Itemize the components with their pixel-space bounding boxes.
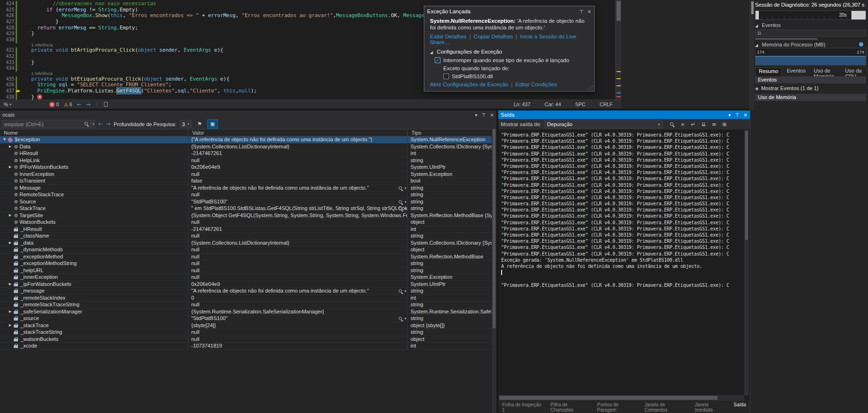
line-number[interactable]: 432 (0, 54, 14, 60)
line-number[interactable]: 427 (0, 19, 14, 25)
scrollbar-thumb[interactable] (616, 1, 621, 21)
exception-dialog-title-bar[interactable]: Exceção Lançada ⊤ × (424, 6, 594, 17)
expander-icon[interactable]: ▶ (8, 164, 13, 171)
locals-row[interactable]: _watsonBucketsnullobject (0, 336, 496, 343)
column-header-name[interactable]: Nome (0, 129, 188, 136)
search-back-button[interactable]: ← (98, 121, 103, 127)
bottom-tab-4[interactable]: Janela de Comandos (644, 402, 688, 413)
word-wrap-icon[interactable]: ↵ (689, 120, 698, 128)
list-view-icon[interactable]: ≡ (709, 120, 719, 128)
line-number[interactable]: 435 (0, 76, 14, 83)
locals-row[interactable]: ⚙InnerExceptionnullSystem.Exception (0, 171, 496, 178)
pin-icon[interactable]: ⊤ (579, 9, 584, 14)
window-menu-icon[interactable]: ▾ (728, 112, 731, 118)
locals-row[interactable]: ⚙RemoteStackTracenullstring (0, 192, 496, 199)
output-vertical-scrollbar[interactable] (744, 130, 749, 395)
expander-icon[interactable]: ▼ (2, 137, 7, 143)
next-issue-button[interactable]: → (86, 101, 90, 108)
expander-icon[interactable]: ▶ (8, 240, 13, 247)
locals-row[interactable]: ▼$exception{"A referência de objecto não… (0, 137, 496, 144)
scrollbar-thumb[interactable] (493, 129, 495, 328)
locals-vertical-scrollbar[interactable] (492, 128, 496, 413)
line-number[interactable]: 430 (0, 37, 14, 43)
column-header-type[interactable]: Tipo (407, 129, 496, 136)
locals-row[interactable]: _innerExceptionnullSystem.Exception (0, 274, 496, 281)
diagnostics-timeline[interactable]: 20s (755, 10, 866, 20)
expander-icon[interactable]: ▶ (8, 212, 13, 219)
locals-row[interactable]: ▶⚙TargetSite{System.Object GetF4SQL(Syst… (0, 212, 496, 220)
locals-row[interactable]: _classNamenullstring (0, 233, 496, 240)
locals-row[interactable]: ⚙Message"A referência de objecto não foi… (0, 185, 496, 192)
pin-icon[interactable]: ⊤ (735, 112, 739, 118)
locals-row[interactable]: ⚙WatsonBucketsnullobject (0, 219, 496, 226)
text-visualizer-button[interactable]: ▾ (398, 199, 406, 205)
locals-row[interactable]: _exceptionMethodnullSystem.Reflection.Me… (0, 254, 496, 261)
scrollbar-thumb[interactable] (745, 131, 748, 240)
memory-track-header[interactable]: ◢ Memória do Processo (MB) (755, 42, 866, 47)
line-number[interactable]: 426 (0, 13, 14, 19)
editor-vertical-scrollbar[interactable] (615, 0, 621, 100)
close-icon[interactable]: × (588, 9, 591, 14)
exception-bottom-link-2[interactable]: Editar Condições (515, 82, 557, 87)
text-visualizer-button[interactable]: ▾ (398, 185, 406, 192)
exception-bottom-link-1[interactable]: Abrir Configurações de Exceção (430, 82, 508, 87)
close-icon[interactable]: × (744, 112, 747, 118)
locals-row[interactable]: _message"A referência de objecto não foi… (0, 288, 496, 295)
search-depth-dropdown[interactable]: 3 ▾ (180, 120, 192, 128)
search-input[interactable]: esquisar (Ctrl+E) ▾ (2, 120, 95, 128)
bottom-tab-2[interactable]: Pilha de Chamadas (551, 402, 591, 413)
locals-row[interactable]: ⚙HResult-2147467261int (0, 150, 496, 157)
expander-icon[interactable]: ▶ (8, 309, 13, 315)
locals-row[interactable]: _stackTraceStringnullstring (0, 329, 496, 336)
bottom-tab-1[interactable]: Folha de Inspeção 1 (502, 402, 544, 413)
exception-link-1[interactable]: Exibir Detalhes (430, 34, 467, 39)
resize-grip[interactable]: ⋰ (588, 85, 593, 91)
pin-messages-icon[interactable]: ⊞ (720, 120, 729, 128)
line-ending-indicator[interactable]: CRLF (600, 101, 613, 107)
locals-row[interactable]: ▶_stackTrace{sbyte[24]}object {sbyte[]} (0, 322, 496, 330)
zoom-control[interactable]: % ▾ (4, 101, 11, 107)
bottom-tab-3[interactable]: Pontos de Paragem (597, 402, 638, 413)
flag-filter-icon[interactable]: ⚑ (195, 120, 205, 128)
line-indicator[interactable]: Ln: 437 (514, 101, 531, 107)
output-lines[interactable]: "Primavera.ERP.EtiquetasGS1.exe" (CLR v4… (498, 129, 750, 288)
previous-issue-button[interactable]: ← (77, 101, 81, 108)
locals-row[interactable]: _dynamicMethodsnullobject (0, 247, 496, 254)
line-number[interactable]: 429 (0, 31, 14, 37)
exception-settings-header[interactable]: ◢ Configurações de Exceção (430, 49, 588, 55)
window-menu-icon[interactable]: ▾ (475, 112, 477, 118)
frames-view-icon[interactable]: ▣ (208, 120, 217, 128)
line-number[interactable]: 434 (0, 65, 14, 72)
line-number[interactable]: 433 (0, 60, 14, 66)
line-number[interactable]: 424 (0, 1, 14, 7)
timeline-selection-block[interactable] (851, 11, 866, 19)
bottom-tab-6[interactable]: Saída (734, 402, 746, 413)
errors-indicator[interactable]: × 0 (49, 101, 59, 107)
exception-link-2[interactable]: Copiar Detalhes (474, 34, 513, 39)
locals-row[interactable]: ▶_safeSerializationManager{System.Runtim… (0, 309, 496, 316)
expander-icon[interactable]: ▶ (8, 144, 13, 150)
locals-row[interactable]: ▶_data{System.Collections.ListDictionary… (0, 240, 496, 247)
column-header-value[interactable]: Valor (188, 129, 407, 136)
locals-row[interactable]: ▶_ipForWatsonBuckets0x206e04e9System.UIn… (0, 281, 496, 288)
output-source-dropdown[interactable]: Depuração ▾ (544, 120, 663, 128)
output-horizontal-scrollbar[interactable] (498, 395, 744, 401)
line-number[interactable]: 428 (0, 25, 14, 31)
events-track[interactable]: ⊡ (755, 29, 866, 37)
scrollbar-thumb[interactable] (751, 1, 754, 14)
expander-icon[interactable]: ▶ (8, 322, 13, 329)
text-visualizer-button[interactable]: ▾ (398, 206, 406, 212)
locals-row[interactable]: ▶⚙IPForWatsonBuckets0x206e04e9System.UIn… (0, 164, 496, 171)
search-forward-button[interactable]: → (106, 121, 110, 127)
module-checkbox[interactable] (443, 73, 449, 79)
space-indicator[interactable]: SPC (575, 101, 586, 107)
pin-icon[interactable]: ⊤ (482, 112, 486, 118)
line-number[interactable]: 425 (0, 7, 14, 13)
locals-row[interactable]: _xcode-1073741819int (0, 343, 496, 350)
break-checkbox[interactable]: ✓ (435, 57, 440, 63)
locals-row[interactable]: _remoteStackTraceStringnullstring (0, 302, 496, 309)
event-marker-icon[interactable]: ⊡ (757, 31, 761, 36)
locals-row[interactable]: ⚙StackTrace" em StdPlatBS100.StdBSListas… (0, 205, 496, 212)
column-indicator[interactable]: Car: 44 (545, 101, 561, 107)
autoscroll-icon[interactable]: ⇊ (699, 120, 709, 128)
